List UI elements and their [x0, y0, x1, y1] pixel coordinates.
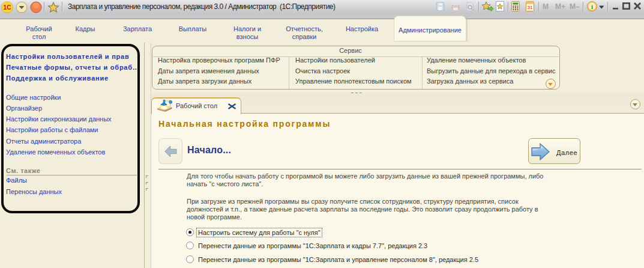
- svg-text:1C: 1C: [4, 4, 11, 11]
- svg-text:i: i: [591, 3, 593, 10]
- svg-text:31: 31: [528, 5, 533, 10]
